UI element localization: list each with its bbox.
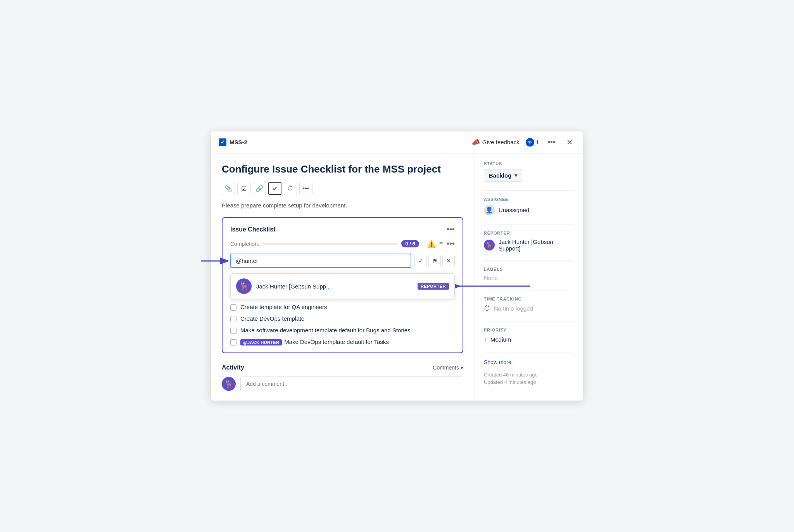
reporter-section: REPORTER 🦌 Jack Hunter [Gebsun Support] (484, 231, 574, 252)
completion-more-button[interactable]: ••• (447, 239, 455, 248)
time-tracking-label: TIME TRACKING (484, 297, 574, 301)
activity-section: Activity Comments ▾ 🦌 (222, 364, 463, 391)
item-checkbox-2[interactable] (230, 316, 236, 322)
checklist-input[interactable] (230, 254, 411, 268)
divider (484, 260, 574, 261)
modal-container: MSS-2 📣 Give feedback 👁 1 ••• ✕ Configur… (211, 131, 583, 401)
status-value: Backlog (489, 172, 511, 179)
give-feedback-button[interactable]: 📣 Give feedback (471, 138, 520, 147)
arrow-to-suggestion (455, 278, 532, 294)
arrow-to-input (199, 253, 230, 269)
issue-description: Please prepare complete setup for develo… (222, 202, 463, 209)
divider (484, 321, 574, 321)
reporter-row: 🦌 Jack Hunter [Gebsun Support] (484, 238, 574, 252)
assignee-value: Unassigned (499, 207, 529, 213)
more-options-button[interactable]: ••• (545, 137, 558, 147)
input-actions: ✓ ⚑ ✕ (414, 255, 455, 267)
divider (484, 224, 574, 225)
issue-id: MSS-2 (230, 139, 247, 145)
suggestion-avatar: 🦌 (236, 278, 252, 294)
assignee-label: ASSIGNEE (484, 197, 574, 202)
cancel-input-button[interactable]: ✕ (442, 255, 455, 267)
commenter-avatar: 🦌 (222, 377, 236, 391)
watchers-badge[interactable]: 👁 1 (526, 138, 539, 147)
activity-header: Activity Comments ▾ (222, 364, 463, 371)
issue-title: Configure Issue Checklist for the MSS pr… (222, 163, 463, 176)
priority-label: PRIORITY (484, 328, 574, 332)
item-checkbox-4[interactable] (230, 339, 236, 345)
checklist-button[interactable]: ☑ (237, 182, 250, 195)
status-dropdown[interactable]: Backlog ▾ (484, 169, 522, 182)
checklist-item: @JACK HUNTERMake DevOps template default… (230, 339, 455, 345)
checklist-more-button[interactable]: ••• (447, 225, 455, 234)
topbar-right: 📣 Give feedback 👁 1 ••• ✕ (471, 137, 575, 148)
assignee-section: ASSIGNEE 👤 Unassigned (484, 197, 574, 216)
confirm-button[interactable]: ✓ (414, 255, 427, 267)
status-section: STATUS Backlog ▾ (484, 161, 574, 182)
chevron-down-icon: ▾ (514, 172, 517, 178)
item-text-3: Make software development template defau… (240, 327, 411, 333)
close-button[interactable]: ✕ (564, 137, 575, 148)
comment-input-row: 🦌 (222, 377, 463, 391)
reporter-value: Jack Hunter [Gebsun Support] (499, 238, 574, 252)
item-text-1: Create template for QA engineers (240, 304, 327, 310)
check-button[interactable]: ✔ (268, 182, 281, 195)
created-timestamp: Created 46 minutes ago (484, 372, 574, 378)
priority-section: PRIORITY ↑ Medium (484, 328, 574, 344)
completion-row: Completion: 0 / 6 ⚠️ ≡ ••• (230, 239, 455, 248)
eye-icon: 👁 (526, 138, 534, 147)
more-toolbar-button[interactable]: ••• (299, 182, 312, 195)
comments-label: Comments (433, 364, 459, 371)
feedback-label: Give feedback (482, 139, 520, 145)
sidebar: STATUS Backlog ▾ ASSIGNEE 👤 Unassigned R… (475, 154, 583, 401)
reporter-badge: REPORTER (418, 283, 449, 290)
checklist-items: Create template for QA engineers Create … (230, 304, 455, 345)
modal-topbar: MSS-2 📣 Give feedback 👁 1 ••• ✕ (211, 131, 583, 154)
input-row: ✓ ⚑ ✕ (230, 254, 455, 268)
suggestion-name: Jack Hunter [Gebsun Supp... (256, 283, 413, 290)
labels-label: LABELS (484, 267, 574, 271)
time-tracking-section: TIME TRACKING ⏱ No time logged (484, 297, 574, 313)
link-button[interactable]: 🔗 (253, 182, 266, 195)
comment-input[interactable] (240, 377, 463, 391)
unassigned-avatar: 👤 (484, 205, 495, 216)
flag-button[interactable]: ⚑ (428, 255, 441, 267)
watchers-count: 1 (536, 139, 539, 145)
main-content: Configure Issue Checklist for the MSS pr… (211, 154, 475, 401)
toolbar: 📎 ☑ 🔗 ✔ ⏱ ••• (222, 182, 463, 195)
assignee-row: 👤 Unassigned (484, 205, 574, 216)
divider (484, 352, 574, 352)
megaphone-icon: 📣 (471, 138, 480, 147)
progress-bar-container (263, 243, 398, 245)
show-more-button[interactable]: Show more (484, 359, 511, 365)
timestamps: Created 46 minutes ago Updated 4 minutes… (484, 372, 574, 385)
item-text-2: Create DevOps template (240, 315, 304, 322)
item-text-4: @JACK HUNTERMake DevOps template default… (240, 339, 389, 345)
chevron-down-icon: ▾ (461, 364, 463, 371)
warning-icon: ⚠️ (427, 240, 435, 248)
time-tracking-row: ⏱ No time logged (484, 304, 574, 313)
priority-arrow-icon: ↑ (484, 335, 487, 344)
suggestion-item[interactable]: 🦌 Jack Hunter [Gebsun Supp... REPORTER (231, 274, 454, 299)
suggestion-container: 🦌 Jack Hunter [Gebsun Supp... REPORTER (230, 273, 455, 299)
priority-value: Medium (490, 336, 511, 343)
input-area: ✓ ⚑ ✕ (230, 254, 455, 268)
modal-body: Configure Issue Checklist for the MSS pr… (211, 154, 583, 401)
checklist-item: Make software development template defau… (230, 327, 455, 334)
timer-button[interactable]: ⏱ (284, 182, 297, 195)
jack-hunter-tag: @JACK HUNTER (240, 339, 282, 345)
item-checkbox-1[interactable] (230, 304, 236, 311)
filter-icon[interactable]: ≡ (439, 240, 443, 247)
status-label: STATUS (484, 161, 574, 166)
attach-button[interactable]: 📎 (222, 182, 235, 195)
divider (484, 190, 574, 191)
time-value: No time logged (494, 305, 533, 312)
item-checkbox-3[interactable] (230, 328, 236, 334)
checklist-item: Create DevOps template (230, 315, 455, 322)
dropdown-suggestion[interactable]: 🦌 Jack Hunter [Gebsun Supp... REPORTER (230, 273, 455, 299)
comments-dropdown[interactable]: Comments ▾ (433, 364, 463, 371)
updated-timestamp: Updated 4 minutes ago (484, 379, 574, 385)
checklist-box: Issue Checklist ••• Completion: 0 / 6 ⚠️… (222, 217, 463, 353)
topbar-left: MSS-2 (219, 138, 247, 146)
progress-badge: 0 / 6 (401, 240, 419, 247)
